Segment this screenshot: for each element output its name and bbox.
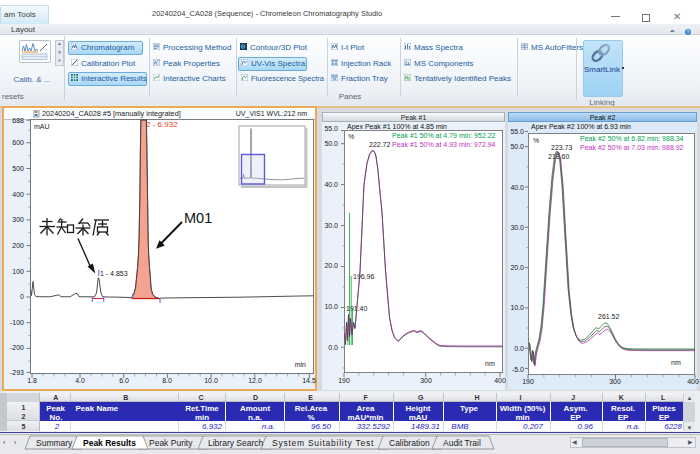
svg-text:Audit Trail: Audit Trail bbox=[443, 438, 481, 448]
svg-text:Library Search: Library Search bbox=[208, 438, 264, 448]
svg-text:Calibration: Calibration bbox=[389, 438, 430, 448]
svg-text:Peak Results: Peak Results bbox=[83, 438, 136, 448]
svg-text:Peak Purity: Peak Purity bbox=[149, 438, 193, 448]
svg-text:System Suitability Test: System Suitability Test bbox=[272, 438, 374, 448]
svg-text:Summary: Summary bbox=[36, 438, 73, 448]
